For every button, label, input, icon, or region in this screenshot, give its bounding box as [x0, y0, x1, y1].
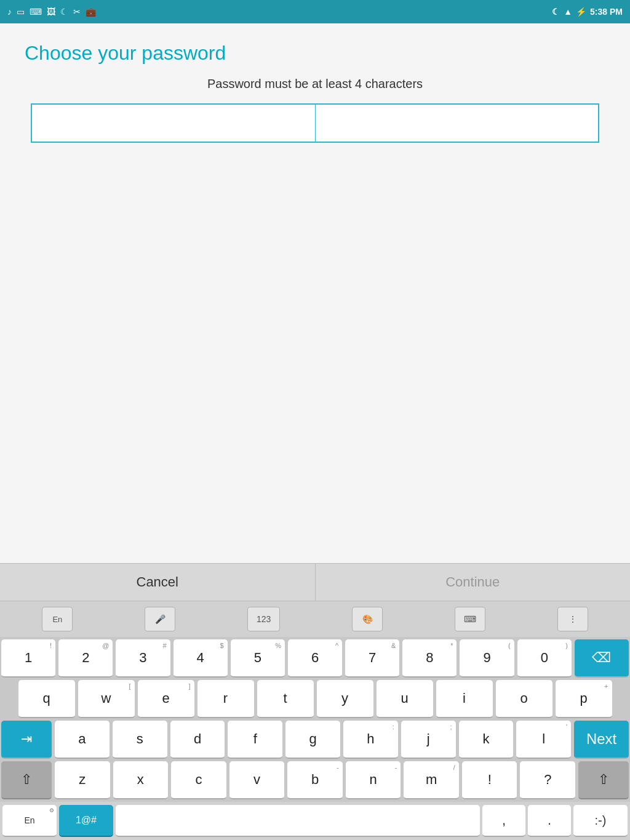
emoji-key[interactable]: :-): [573, 805, 628, 837]
music-icon: ♪: [7, 7, 12, 17]
numbers-toggle[interactable]: 123: [247, 607, 280, 631]
continue-button[interactable]: Continue: [316, 564, 631, 601]
mic-button[interactable]: 🎤: [145, 607, 175, 631]
key-n[interactable]: n-: [346, 761, 401, 799]
asdf-row: ⇥ a s d f g h: j; k l' Next: [1, 721, 629, 759]
key-t[interactable]: t: [257, 680, 314, 718]
password-input-left[interactable]: [32, 105, 316, 142]
key-h[interactable]: h:: [343, 721, 398, 759]
keyboard-hide-button[interactable]: ⌨: [455, 607, 485, 631]
tab-key[interactable]: ⇥: [1, 721, 52, 759]
key-3[interactable]: 3#: [116, 639, 170, 678]
key-q[interactable]: q: [18, 680, 75, 718]
shift-key[interactable]: ⇧: [1, 761, 52, 799]
status-icons-right: ☾ ▲ ⚡ 5:38 PM: [552, 7, 623, 17]
key-6[interactable]: 6^: [288, 639, 342, 678]
keyboard-toolbar: En 🎤 123 🎨 ⌨ ⋮: [0, 601, 630, 637]
number-row: 1! 2@ 3# 4$ 5% 6^ 7& 8* 9( 0) ⌫: [1, 639, 629, 678]
key-d[interactable]: d: [170, 721, 225, 759]
keyboard-rows: 1! 2@ 3# 4$ 5% 6^ 7& 8* 9( 0) ⌫ q w[ e] …: [0, 637, 630, 802]
moon-icon: ☾: [60, 7, 68, 17]
status-icons-left: ♪ ▭ ⌨ 🖼 ☾ ✂ 💼: [7, 7, 96, 17]
cancel-button[interactable]: Cancel: [0, 564, 316, 601]
sym-key[interactable]: 1@#: [59, 805, 113, 837]
battery-icon: ⚡: [576, 7, 586, 17]
key-u[interactable]: u: [377, 680, 433, 718]
wallet-icon: 💼: [86, 7, 96, 17]
zxcv-row: ⇧ z x c v b- n- m/ ! ? ⇧: [1, 761, 629, 799]
key-exclaim[interactable]: !: [462, 761, 517, 799]
key-4[interactable]: 4$: [173, 639, 228, 678]
key-question[interactable]: ?: [520, 761, 575, 799]
time-display: 5:38 PM: [590, 7, 623, 17]
key-p[interactable]: p+: [556, 680, 612, 718]
keyboard-area: Cancel Continue En 🎤 123 🎨 ⌨ ⋮ 1! 2@ 3# …: [0, 563, 630, 840]
moon-right-icon: ☾: [552, 7, 560, 17]
password-confirm-input[interactable]: [316, 105, 599, 142]
key-j[interactable]: j;: [401, 721, 456, 759]
key-i[interactable]: i: [436, 680, 493, 718]
image-icon: 🖼: [47, 7, 55, 17]
keyboard-icon: ⌨: [30, 7, 42, 17]
qwerty-row: q w[ e] r t y u i o p+: [1, 680, 629, 718]
key-9[interactable]: 9(: [460, 639, 514, 678]
next-key[interactable]: Next: [574, 721, 629, 759]
action-bar: Cancel Continue: [0, 563, 630, 601]
key-b[interactable]: b-: [287, 761, 343, 799]
key-m[interactable]: m/: [404, 761, 459, 799]
key-x[interactable]: x: [113, 761, 169, 799]
space-key[interactable]: [116, 805, 480, 837]
key-y[interactable]: y: [317, 680, 373, 718]
more-options-button[interactable]: ⋮: [557, 607, 588, 631]
key-k[interactable]: k: [459, 721, 514, 759]
key-v[interactable]: v: [229, 761, 285, 799]
key-2[interactable]: 2@: [58, 639, 113, 678]
period-key[interactable]: .: [528, 805, 571, 837]
key-0[interactable]: 0): [517, 639, 572, 678]
key-5[interactable]: 5%: [231, 639, 285, 678]
key-a[interactable]: a: [55, 721, 110, 759]
cast-icon: ▭: [17, 7, 25, 17]
key-e[interactable]: e]: [138, 680, 194, 718]
password-input-container: [31, 103, 599, 143]
key-r[interactable]: r: [197, 680, 254, 718]
key-s[interactable]: s: [113, 721, 167, 759]
key-o[interactable]: o: [496, 680, 552, 718]
key-f[interactable]: f: [228, 721, 282, 759]
theme-button[interactable]: 🎨: [352, 607, 383, 631]
backspace-key[interactable]: ⌫: [575, 639, 629, 678]
page-title: Choose your password: [25, 42, 605, 65]
key-w[interactable]: w[: [78, 680, 135, 718]
password-hint: Password must be at least 4 characters: [25, 77, 605, 91]
key-7[interactable]: 7&: [345, 639, 399, 678]
key-l[interactable]: l': [516, 721, 571, 759]
key-g[interactable]: g: [285, 721, 340, 759]
key-8[interactable]: 8*: [402, 639, 457, 678]
language-toggle[interactable]: En: [42, 607, 73, 631]
key-z[interactable]: z: [55, 761, 110, 799]
wifi-icon: ▲: [564, 7, 572, 17]
main-content: Choose your password Password must be at…: [0, 23, 630, 563]
key-c[interactable]: c: [171, 761, 226, 799]
bottom-bar: En⚙ 1@# , . :-): [0, 802, 630, 840]
key-1[interactable]: 1!: [1, 639, 55, 678]
status-bar: ♪ ▭ ⌨ 🖼 ☾ ✂ 💼 ☾ ▲ ⚡ 5:38 PM: [0, 0, 630, 23]
comma-key[interactable]: ,: [482, 805, 525, 837]
scissors-icon: ✂: [73, 7, 81, 17]
shift-key-right[interactable]: ⇧: [578, 761, 629, 799]
lang-key[interactable]: En⚙: [2, 805, 57, 837]
